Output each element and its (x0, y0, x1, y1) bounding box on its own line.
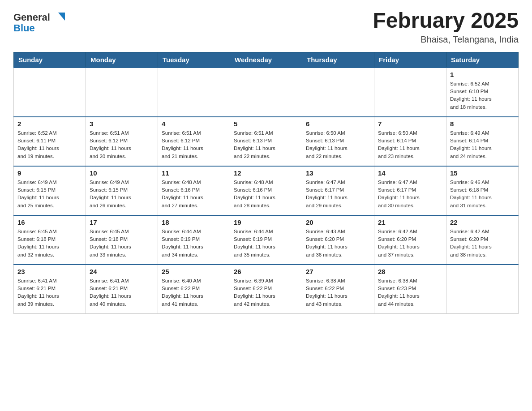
calendar-cell: 14Sunrise: 6:47 AMSunset: 6:17 PMDayligh… (374, 166, 446, 215)
week-row-2: 9Sunrise: 6:49 AMSunset: 6:15 PMDaylight… (14, 166, 519, 215)
weekday-header-row: Sunday Monday Tuesday Wednesday Thursday… (14, 52, 519, 68)
logo-svg: General Blue (13, 9, 72, 34)
calendar-cell: 19Sunrise: 6:44 AMSunset: 6:19 PMDayligh… (230, 215, 302, 265)
calendar-cell (374, 68, 446, 117)
day-info: Sunrise: 6:38 AMSunset: 6:23 PMDaylight:… (378, 277, 442, 308)
week-row-3: 16Sunrise: 6:45 AMSunset: 6:18 PMDayligh… (14, 215, 519, 265)
calendar-cell: 17Sunrise: 6:45 AMSunset: 6:18 PMDayligh… (86, 215, 158, 265)
day-info: Sunrise: 6:46 AMSunset: 6:18 PMDaylight:… (450, 179, 515, 210)
day-number: 4 (162, 120, 226, 128)
calendar-cell: 20Sunrise: 6:43 AMSunset: 6:20 PMDayligh… (302, 215, 374, 265)
day-number: 28 (378, 268, 442, 275)
day-info: Sunrise: 6:44 AMSunset: 6:19 PMDaylight:… (162, 228, 226, 259)
day-number: 8 (450, 120, 515, 128)
day-number: 27 (306, 268, 370, 275)
calendar-cell: 6Sunrise: 6:50 AMSunset: 6:13 PMDaylight… (302, 117, 374, 166)
day-number: 2 (17, 120, 82, 128)
calendar-cell: 21Sunrise: 6:42 AMSunset: 6:20 PMDayligh… (374, 215, 446, 265)
day-info: Sunrise: 6:52 AMSunset: 6:10 PMDaylight:… (450, 80, 515, 111)
day-number: 5 (234, 120, 298, 128)
day-number: 25 (162, 268, 226, 275)
day-number: 24 (90, 268, 154, 275)
day-number: 11 (162, 169, 226, 177)
calendar-title-area: February 2025 Bhaisa, Telangana, India (373, 9, 519, 45)
calendar-cell: 5Sunrise: 6:51 AMSunset: 6:13 PMDaylight… (230, 117, 302, 166)
svg-text:Blue: Blue (13, 22, 35, 34)
day-number: 7 (378, 120, 442, 128)
svg-text:General: General (13, 12, 50, 23)
calendar-cell: 28Sunrise: 6:38 AMSunset: 6:23 PMDayligh… (374, 265, 446, 314)
day-info: Sunrise: 6:40 AMSunset: 6:22 PMDaylight:… (162, 277, 226, 308)
calendar-cell: 23Sunrise: 6:41 AMSunset: 6:21 PMDayligh… (14, 265, 86, 314)
day-number: 12 (234, 169, 298, 177)
day-info: Sunrise: 6:50 AMSunset: 6:14 PMDaylight:… (378, 129, 442, 160)
header-friday: Friday (374, 52, 446, 68)
day-number: 16 (17, 218, 82, 226)
calendar-cell (302, 68, 374, 117)
day-info: Sunrise: 6:51 AMSunset: 6:12 PMDaylight:… (90, 129, 154, 160)
day-info: Sunrise: 6:41 AMSunset: 6:21 PMDaylight:… (90, 277, 154, 308)
logo: General Blue (13, 9, 72, 36)
calendar-cell (14, 68, 86, 117)
day-info: Sunrise: 6:45 AMSunset: 6:18 PMDaylight:… (90, 228, 154, 259)
header-thursday: Thursday (302, 52, 374, 68)
day-info: Sunrise: 6:49 AMSunset: 6:15 PMDaylight:… (90, 179, 154, 210)
calendar-cell (230, 68, 302, 117)
calendar-cell: 22Sunrise: 6:42 AMSunset: 6:20 PMDayligh… (446, 215, 519, 265)
day-info: Sunrise: 6:48 AMSunset: 6:16 PMDaylight:… (234, 179, 298, 210)
day-number: 9 (17, 169, 82, 177)
day-info: Sunrise: 6:45 AMSunset: 6:18 PMDaylight:… (17, 228, 82, 259)
header-monday: Monday (86, 52, 158, 68)
day-number: 14 (378, 169, 442, 177)
day-number: 19 (234, 218, 298, 226)
header-sunday: Sunday (14, 52, 86, 68)
day-info: Sunrise: 6:42 AMSunset: 6:20 PMDaylight:… (450, 228, 515, 259)
day-number: 21 (378, 218, 442, 226)
page-header: General Blue February 2025 Bhaisa, Telan… (13, 9, 519, 45)
day-info: Sunrise: 6:48 AMSunset: 6:16 PMDaylight:… (162, 179, 226, 210)
day-number: 6 (306, 120, 370, 128)
day-info: Sunrise: 6:38 AMSunset: 6:22 PMDaylight:… (306, 277, 370, 308)
calendar-cell: 25Sunrise: 6:40 AMSunset: 6:22 PMDayligh… (158, 265, 230, 314)
day-info: Sunrise: 6:43 AMSunset: 6:20 PMDaylight:… (306, 228, 370, 259)
calendar-cell: 11Sunrise: 6:48 AMSunset: 6:16 PMDayligh… (158, 166, 230, 215)
calendar-cell: 27Sunrise: 6:38 AMSunset: 6:22 PMDayligh… (302, 265, 374, 314)
day-info: Sunrise: 6:51 AMSunset: 6:13 PMDaylight:… (234, 129, 298, 160)
day-info: Sunrise: 6:47 AMSunset: 6:17 PMDaylight:… (306, 179, 370, 210)
calendar-cell: 24Sunrise: 6:41 AMSunset: 6:21 PMDayligh… (86, 265, 158, 314)
calendar-cell: 7Sunrise: 6:50 AMSunset: 6:14 PMDaylight… (374, 117, 446, 166)
header-wednesday: Wednesday (230, 52, 302, 68)
day-number: 10 (90, 169, 154, 177)
calendar-cell: 2Sunrise: 6:52 AMSunset: 6:11 PMDaylight… (14, 117, 86, 166)
calendar-table: Sunday Monday Tuesday Wednesday Thursday… (13, 52, 519, 314)
calendar-cell: 18Sunrise: 6:44 AMSunset: 6:19 PMDayligh… (158, 215, 230, 265)
calendar-cell: 1Sunrise: 6:52 AMSunset: 6:10 PMDaylight… (446, 68, 519, 117)
calendar-cell (446, 265, 519, 314)
calendar-cell (158, 68, 230, 117)
day-info: Sunrise: 6:41 AMSunset: 6:21 PMDaylight:… (17, 277, 82, 308)
day-info: Sunrise: 6:47 AMSunset: 6:17 PMDaylight:… (378, 179, 442, 210)
day-number: 3 (90, 120, 154, 128)
day-number: 26 (234, 268, 298, 275)
calendar-cell: 10Sunrise: 6:49 AMSunset: 6:15 PMDayligh… (86, 166, 158, 215)
calendar-cell: 3Sunrise: 6:51 AMSunset: 6:12 PMDaylight… (86, 117, 158, 166)
day-number: 22 (450, 218, 515, 226)
calendar-cell: 13Sunrise: 6:47 AMSunset: 6:17 PMDayligh… (302, 166, 374, 215)
day-info: Sunrise: 6:51 AMSunset: 6:12 PMDaylight:… (162, 129, 226, 160)
day-info: Sunrise: 6:52 AMSunset: 6:11 PMDaylight:… (17, 129, 82, 160)
day-number: 23 (17, 268, 82, 275)
header-tuesday: Tuesday (158, 52, 230, 68)
day-number: 13 (306, 169, 370, 177)
day-info: Sunrise: 6:44 AMSunset: 6:19 PMDaylight:… (234, 228, 298, 259)
day-number: 1 (450, 71, 515, 78)
calendar-cell: 12Sunrise: 6:48 AMSunset: 6:16 PMDayligh… (230, 166, 302, 215)
svg-marker-1 (58, 13, 65, 21)
week-row-4: 23Sunrise: 6:41 AMSunset: 6:21 PMDayligh… (14, 265, 519, 314)
week-row-1: 2Sunrise: 6:52 AMSunset: 6:11 PMDaylight… (14, 117, 519, 166)
day-number: 20 (306, 218, 370, 226)
location-title: Bhaisa, Telangana, India (373, 34, 519, 45)
calendar-cell: 15Sunrise: 6:46 AMSunset: 6:18 PMDayligh… (446, 166, 519, 215)
calendar-cell: 26Sunrise: 6:39 AMSunset: 6:22 PMDayligh… (230, 265, 302, 314)
calendar-cell (86, 68, 158, 117)
calendar-cell: 8Sunrise: 6:49 AMSunset: 6:14 PMDaylight… (446, 117, 519, 166)
